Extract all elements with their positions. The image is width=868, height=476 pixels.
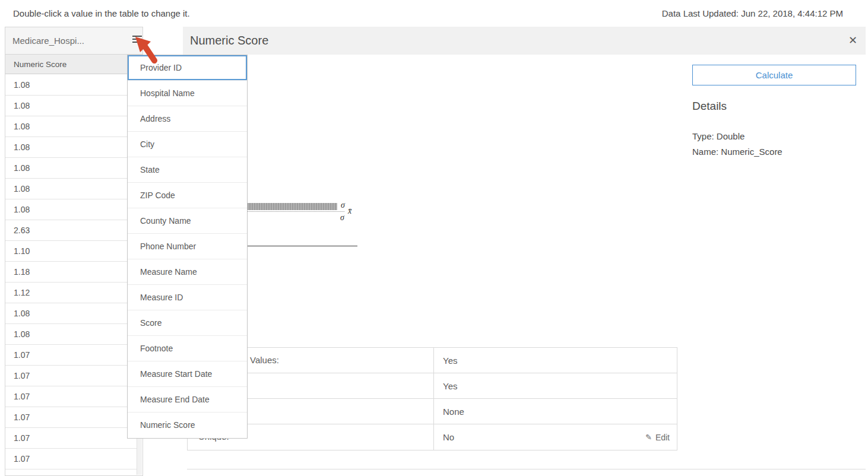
property-value: Yes [443, 356, 457, 366]
menu-item-state[interactable]: State [128, 157, 247, 183]
table-row[interactable]: 1.18 [5, 262, 138, 283]
table-row[interactable]: 1.07 [5, 345, 138, 366]
table-row[interactable]: 1.10 [5, 241, 138, 262]
property-value-cell: Yes [434, 381, 677, 391]
edit-label: Edit [655, 433, 670, 442]
menu-item-provider-id[interactable]: Provider ID [128, 55, 247, 81]
calculate-button[interactable]: Calculate [692, 65, 856, 85]
table-row[interactable]: 1.07 [5, 449, 138, 469]
table-row[interactable]: 1.12 [5, 283, 138, 303]
table-row[interactable]: 1.07 [5, 407, 138, 428]
table-row[interactable]: 1.07 [5, 428, 138, 449]
properties-table: Values:YesYesNoneUnique:No✎Edit [187, 347, 677, 450]
edit-pencil-icon: ✎ [645, 433, 652, 442]
menu-item-measure-start-date[interactable]: Measure Start Date [128, 361, 247, 387]
table-row[interactable]: 1.08 [5, 158, 138, 179]
table-row[interactable]: 1.08 [5, 116, 138, 137]
menu-item-zip-code[interactable]: ZIP Code [128, 183, 247, 208]
section-bottom-border [187, 469, 866, 469]
menu-item-score[interactable]: Score [128, 310, 247, 336]
property-value-cell: No✎Edit [434, 432, 677, 442]
property-row: Unique:No✎Edit [188, 424, 677, 450]
table-row[interactable]: 1.07 [5, 386, 138, 407]
page-title: Numeric Score [183, 27, 268, 55]
sigma-symbol-upper: σ [341, 201, 345, 210]
table-row[interactable]: 1.08 [5, 303, 138, 324]
app: Double-click a value in the table to cha… [0, 0, 868, 476]
menu-item-measure-id[interactable]: Measure ID [128, 285, 247, 310]
property-value-cell: None [434, 407, 677, 417]
top-bar: Double-click a value in the table to cha… [0, 0, 868, 26]
data-table-panel: Medicare_Hospi... Numeric Score 1.081.08… [5, 27, 143, 476]
column-header[interactable]: Numeric Score [5, 55, 142, 74]
table-panel-header: Medicare_Hospi... [5, 27, 142, 55]
table-row[interactable]: 1.08 [5, 96, 138, 116]
menu-item-city[interactable]: City [128, 132, 247, 157]
x-bar-symbol: x̄ [348, 207, 351, 216]
table-row[interactable]: 1.08 [5, 137, 138, 158]
menu-item-address[interactable]: Address [128, 106, 247, 132]
column-dropdown-menu: Provider IDHospital NameAddressCityState… [127, 55, 248, 439]
property-value: No [443, 432, 454, 442]
edit-hint-text: Double-click a value in the table to cha… [13, 8, 190, 18]
menu-item-measure-end-date[interactable]: Measure End Date [128, 387, 247, 412]
property-row: None [188, 399, 677, 424]
detail-panel-header: Numeric Score ✕ [183, 27, 866, 55]
sigma-symbol-lower: σ [340, 213, 344, 223]
table-row[interactable]: 1.08 [5, 324, 138, 345]
menu-item-measure-name[interactable]: Measure Name [128, 259, 247, 285]
details-name-line: Name: Numeric_Score [692, 147, 783, 157]
close-icon[interactable]: ✕ [848, 27, 857, 55]
table-title: Medicare_Hospi... [5, 27, 84, 55]
details-heading: Details [692, 100, 727, 113]
table-rows: 1.081.081.081.081.081.081.082.631.101.18… [5, 75, 138, 475]
table-row[interactable]: 1.08 [5, 199, 138, 220]
property-value-cell: Yes [434, 356, 677, 366]
menu-item-phone-number[interactable]: Phone Number [128, 234, 247, 259]
property-row: Yes [188, 373, 677, 399]
last-updated-text: Data Last Updated: Jun 22, 2018, 4:44:12… [662, 8, 843, 18]
property-value: Yes [443, 381, 457, 391]
property-row: Values:Yes [188, 348, 677, 373]
menu-item-footnote[interactable]: Footnote [128, 336, 247, 361]
table-row[interactable]: 2.63 [5, 220, 138, 241]
table-row[interactable]: 1.08 [5, 179, 138, 199]
property-value: None [443, 407, 464, 417]
table-row[interactable]: 1.08 [5, 75, 138, 96]
details-type-line: Type: Double [692, 131, 745, 141]
column-menu-hamburger-icon[interactable] [132, 36, 143, 46]
menu-item-county-name[interactable]: County Name [128, 208, 247, 234]
menu-item-numeric-score[interactable]: Numeric Score [128, 412, 247, 438]
menu-item-hospital-name[interactable]: Hospital Name [128, 81, 247, 106]
table-row[interactable]: 1.07 [5, 366, 138, 386]
edit-link[interactable]: ✎Edit [645, 433, 677, 442]
